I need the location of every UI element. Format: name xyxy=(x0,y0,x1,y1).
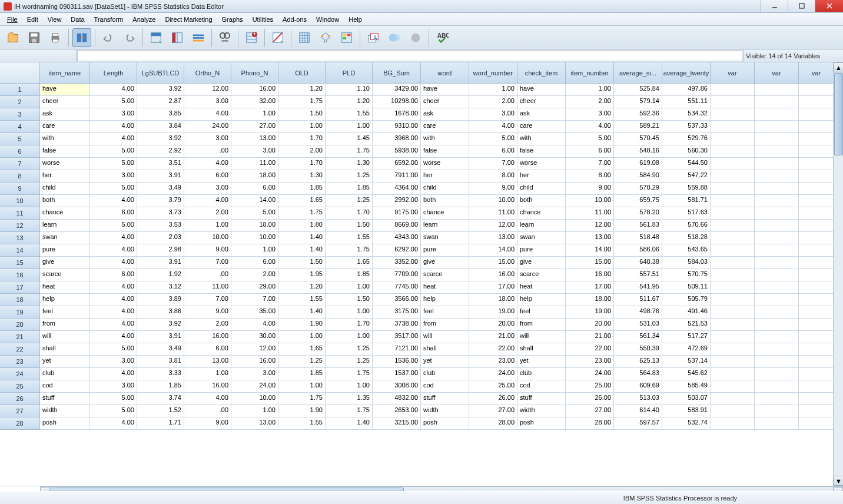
grid-cell[interactable]: 3.91 xyxy=(137,170,184,183)
grid-cell[interactable]: club xyxy=(421,368,469,380)
grid-cell[interactable]: 26.00 xyxy=(469,393,517,405)
grid-cell[interactable]: 27.00 xyxy=(566,405,614,417)
grid-cell[interactable] xyxy=(755,195,799,207)
grid-cell[interactable] xyxy=(755,183,799,195)
grid-cell[interactable] xyxy=(755,145,799,158)
grid-cell[interactable]: 3738.00 xyxy=(373,319,421,331)
grid-cell[interactable]: 5.00 xyxy=(469,133,517,145)
grid-cell[interactable]: 3517.00 xyxy=(373,331,421,343)
grid-cell[interactable]: 1.70 xyxy=(278,158,326,170)
grid-cell[interactable] xyxy=(711,319,755,331)
grid-cell[interactable]: width xyxy=(421,405,469,417)
grid-cell[interactable]: 13.00 xyxy=(231,417,278,430)
grid-cell[interactable]: 518.28 xyxy=(662,232,711,244)
grid-cell[interactable]: chance xyxy=(40,207,90,220)
grid-cell[interactable]: 1.25 xyxy=(278,356,326,368)
grid-cell[interactable]: .00 xyxy=(184,405,231,417)
grid-cell[interactable]: 21.00 xyxy=(566,331,614,343)
grid-cell[interactable]: 517.27 xyxy=(662,331,711,343)
grid-cell[interactable] xyxy=(711,380,755,393)
grid-cell[interactable]: false xyxy=(421,145,469,158)
grid-cell[interactable]: 3.33 xyxy=(137,368,184,380)
grid-cell[interactable]: 1.70 xyxy=(278,133,326,145)
grid-cell[interactable]: 4.00 xyxy=(90,232,137,244)
save-button[interactable] xyxy=(25,28,44,47)
grid-cell[interactable]: give xyxy=(40,257,90,269)
grid-cell[interactable]: 15.00 xyxy=(566,257,614,269)
menu-addons[interactable]: Add-ons xyxy=(278,14,311,25)
row-header[interactable]: 25 xyxy=(0,380,40,393)
spellcheck-button[interactable]: ABC xyxy=(433,28,452,47)
grid-cell[interactable]: 5.00 xyxy=(90,393,137,405)
grid-cell[interactable]: 8.00 xyxy=(469,170,517,183)
grid-cell[interactable]: 1.52 xyxy=(137,405,184,417)
grid-cell[interactable] xyxy=(711,343,755,356)
column-header[interactable]: average_twenty xyxy=(662,62,711,84)
grid-cell[interactable]: 1.40 xyxy=(278,244,326,257)
grid-cell[interactable]: .00 xyxy=(184,269,231,281)
grid-cell[interactable]: 2.98 xyxy=(137,244,184,257)
grid-cell[interactable]: shall xyxy=(517,343,566,356)
grid-cell[interactable]: 3.12 xyxy=(137,281,184,294)
grid-cell[interactable]: 3.53 xyxy=(137,220,184,232)
grid-cell[interactable]: 10.00 xyxy=(184,232,231,244)
grid-cell[interactable] xyxy=(799,183,834,195)
row-header[interactable]: 19 xyxy=(0,306,40,319)
grid-cell[interactable]: 609.69 xyxy=(614,380,662,393)
grid-cell[interactable] xyxy=(799,294,834,306)
grid-cell[interactable]: 7.00 xyxy=(184,294,231,306)
grid-cell[interactable]: 619.08 xyxy=(614,158,662,170)
grid-cell[interactable] xyxy=(711,207,755,220)
grid-cell[interactable]: 570.29 xyxy=(614,183,662,195)
print-button[interactable] xyxy=(46,28,65,47)
grid-cell[interactable]: worse xyxy=(40,158,90,170)
grid-cell[interactable]: 3.00 xyxy=(231,368,278,380)
grid-cell[interactable]: 2.92 xyxy=(137,145,184,158)
scroll-up-arrow[interactable]: ▲ xyxy=(834,62,843,72)
grid-cell[interactable]: 4.00 xyxy=(566,121,614,133)
grid-cell[interactable]: 14.00 xyxy=(231,195,278,207)
grid-cell[interactable]: 1.00 xyxy=(184,220,231,232)
grid-cell[interactable]: swan xyxy=(40,232,90,244)
grid-cell[interactable]: 8.00 xyxy=(566,170,614,183)
grid-cell[interactable]: with xyxy=(517,133,566,145)
grid-cell[interactable] xyxy=(799,220,834,232)
grid-cell[interactable]: worse xyxy=(421,158,469,170)
menu-utilities[interactable]: Utilities xyxy=(248,14,278,25)
grid-cell[interactable]: 659.75 xyxy=(614,195,662,207)
grid-cell[interactable]: 1.00 xyxy=(326,306,373,319)
grid-cell[interactable]: 1.00 xyxy=(278,331,326,343)
grid-cell[interactable]: cheer xyxy=(421,96,469,108)
grid-cell[interactable] xyxy=(799,306,834,319)
grid-cell[interactable]: 1.85 xyxy=(326,269,373,281)
row-header[interactable]: 7 xyxy=(0,158,40,170)
grid-cell[interactable]: 472.69 xyxy=(662,343,711,356)
grid-cell[interactable] xyxy=(799,417,834,430)
grid-cell[interactable]: 3.84 xyxy=(137,121,184,133)
grid-cell[interactable]: 4.00 xyxy=(90,133,137,145)
menu-edit[interactable]: Edit xyxy=(22,14,43,25)
grid-cell[interactable]: 1.00 xyxy=(469,84,517,96)
grid-cell[interactable]: 23.00 xyxy=(469,356,517,368)
grid-cell[interactable]: 3.49 xyxy=(137,343,184,356)
grid-cell[interactable]: 1.90 xyxy=(278,405,326,417)
grid-cell[interactable]: 7.00 xyxy=(184,257,231,269)
grid-cell[interactable]: 3008.00 xyxy=(373,380,421,393)
scroll-down-arrow[interactable]: ▼ xyxy=(834,476,843,486)
grid-cell[interactable] xyxy=(711,306,755,319)
grid-cell[interactable]: 531.03 xyxy=(614,319,662,331)
grid-cell[interactable]: 5.00 xyxy=(90,183,137,195)
grid-cell[interactable]: 4.00 xyxy=(90,195,137,207)
row-header[interactable]: 12 xyxy=(0,220,40,232)
grid-cell[interactable]: pure xyxy=(40,244,90,257)
grid-cell[interactable]: 9.00 xyxy=(184,306,231,319)
grid-cell[interactable]: 12.00 xyxy=(184,84,231,96)
grid-cell[interactable]: 4832.00 xyxy=(373,393,421,405)
grid-cell[interactable]: club xyxy=(517,368,566,380)
grid-cell[interactable] xyxy=(799,368,834,380)
grid-cell[interactable]: 5.00 xyxy=(90,220,137,232)
grid-cell[interactable] xyxy=(711,183,755,195)
cell-editor[interactable] xyxy=(77,50,742,61)
grid-cell[interactable] xyxy=(755,170,799,183)
grid-cell[interactable]: 1.65 xyxy=(278,343,326,356)
